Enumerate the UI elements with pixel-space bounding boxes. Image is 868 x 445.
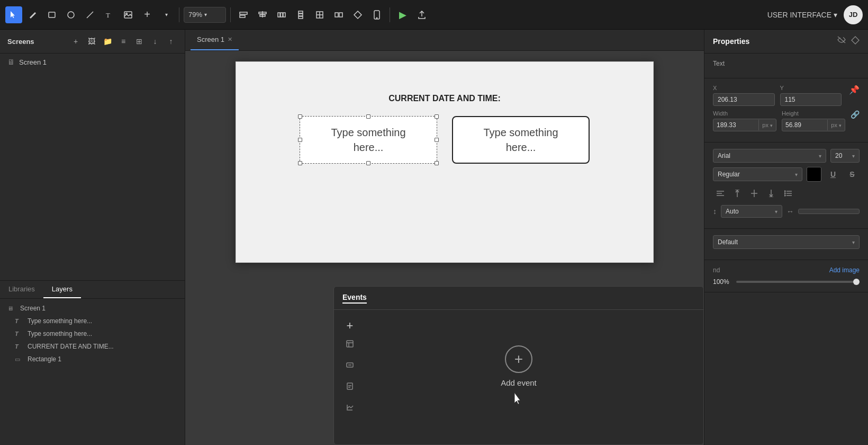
- handle-tm-1[interactable]: [366, 114, 370, 119]
- font-family-chevron: ▾: [819, 153, 821, 159]
- svg-line-33: [351, 406, 353, 408]
- align-left-icon[interactable]: [235, 6, 252, 23]
- strikethrough-icon[interactable]: S: [845, 167, 860, 182]
- layer-screen-icon: 🖥: [7, 305, 16, 312]
- font-family-select[interactable]: Arial ▾: [713, 149, 826, 163]
- width-input[interactable]: 189.33 px ▾: [713, 119, 776, 131]
- events-tool-3-icon[interactable]: [342, 379, 357, 394]
- add-image-screen-icon[interactable]: 🖼: [85, 35, 98, 48]
- group-icon[interactable]: [330, 6, 347, 23]
- align-top-text-icon[interactable]: [730, 186, 745, 201]
- canvas-frame[interactable]: CURRENT DATE AND TIME: Type somethingher…: [236, 61, 654, 263]
- text-tool-icon[interactable]: T: [101, 6, 117, 23]
- eye-off-icon[interactable]: [837, 36, 846, 47]
- ellipse-tool-icon[interactable]: [62, 6, 79, 23]
- grid-view-icon[interactable]: ⊞: [133, 35, 146, 48]
- events-tool-4-icon[interactable]: [342, 400, 357, 415]
- events-tool-1-icon[interactable]: [342, 336, 357, 351]
- svg-rect-13: [281, 13, 283, 17]
- handle-tl-1[interactable]: [298, 114, 302, 119]
- canvas-body: CURRENT DATE AND TIME: Type somethingher…: [185, 51, 704, 445]
- default-select[interactable]: Default ▾: [713, 235, 860, 249]
- resize-icon[interactable]: [311, 6, 328, 23]
- screens-actions: + 🖼 📁 ≡ ⊞ ↓ ↑: [69, 35, 177, 48]
- distribute-h-icon[interactable]: [273, 6, 290, 23]
- align-bottom-text-icon[interactable]: [764, 186, 779, 201]
- sort-down-icon[interactable]: ↓: [149, 35, 161, 48]
- sort-up-icon[interactable]: ↑: [165, 35, 177, 48]
- play-icon[interactable]: ▶: [394, 6, 411, 23]
- mobile-icon[interactable]: [368, 6, 385, 23]
- char-spacing-input[interactable]: [798, 209, 860, 214]
- select-tool-icon[interactable]: [5, 6, 22, 23]
- add-tool-icon[interactable]: +: [139, 6, 156, 23]
- height-input[interactable]: 56.89 px ▾: [782, 119, 845, 131]
- canvas-tab-close-icon[interactable]: ✕: [228, 36, 232, 43]
- zoom-selector[interactable]: 79% ▾: [184, 7, 226, 23]
- events-add-button[interactable]: +: [342, 318, 357, 333]
- layer-item-screen[interactable]: 🖥 Screen 1: [0, 302, 185, 315]
- fill-label: nd: [713, 266, 720, 274]
- line-height-input[interactable]: Auto ▾: [721, 205, 782, 218]
- layer-item-text2[interactable]: T Type something here...: [0, 327, 185, 340]
- handle-tr-1[interactable]: [435, 114, 439, 119]
- events-panel: Events +: [333, 286, 704, 445]
- events-tool-2-icon[interactable]: [342, 358, 357, 372]
- ui-interface-label[interactable]: USER INTERFACE ▾: [767, 11, 837, 19]
- handle-bl-1[interactable]: [298, 161, 302, 165]
- list-text-icon[interactable]: [781, 186, 795, 201]
- line-height-icon: ↕: [713, 207, 717, 216]
- width-unit[interactable]: px ▾: [758, 120, 776, 130]
- handle-br-1[interactable]: [435, 161, 439, 165]
- list-view-icon[interactable]: ≡: [117, 35, 130, 48]
- char-spacing-icon: ↔: [786, 207, 794, 216]
- align-middle-text-icon[interactable]: [747, 186, 762, 201]
- link-dimensions-icon[interactable]: 🔗: [851, 110, 860, 131]
- height-unit[interactable]: px ▾: [827, 120, 845, 130]
- add-chevron-icon[interactable]: ▾: [158, 6, 175, 23]
- distribute-v-icon[interactable]: [292, 6, 309, 23]
- add-folder-screen-icon[interactable]: 📁: [101, 35, 114, 48]
- add-event-circle-button[interactable]: +: [505, 345, 532, 373]
- line-tool-icon[interactable]: [82, 6, 98, 23]
- layers-list: 🖥 Screen 1 T Type something here... T Ty…: [0, 299, 185, 445]
- canvas-input-box-2[interactable]: Type somethinghere...: [452, 116, 590, 164]
- image-tool-icon[interactable]: [120, 6, 137, 23]
- y-input[interactable]: 115: [780, 93, 842, 106]
- screens-panel-header: Screens + 🖼 📁 ≡ ⊞ ↓ ↑: [0, 30, 185, 54]
- layers-tab[interactable]: Layers: [43, 281, 81, 298]
- add-image-button[interactable]: Add image: [829, 266, 860, 274]
- screen-1-item[interactable]: 🖥 Screen 1: [0, 54, 185, 70]
- svg-rect-28: [347, 383, 352, 389]
- handle-ml-1[interactable]: [298, 138, 302, 142]
- width-field-group: Width 189.33 px ▾: [713, 110, 776, 131]
- align-left-text-icon[interactable]: [713, 186, 728, 201]
- font-size-input[interactable]: 20 ▾: [830, 149, 860, 163]
- font-style-select[interactable]: Regular ▾: [713, 167, 802, 181]
- underline-icon[interactable]: U: [826, 167, 840, 182]
- x-input[interactable]: 206.13: [713, 93, 775, 106]
- canvas-tab-screen1[interactable]: Screen 1 ✕: [191, 30, 239, 50]
- layer-item-text1[interactable]: T Type something here...: [0, 315, 185, 327]
- layers-tabs: Libraries Layers: [0, 281, 185, 299]
- layer-item-rect[interactable]: ▭ Rectangle 1: [0, 353, 185, 366]
- rectangle-tool-icon[interactable]: [43, 6, 60, 23]
- share-icon[interactable]: [413, 6, 430, 23]
- text-color-picker[interactable]: [807, 167, 821, 182]
- layer-item-title[interactable]: T CURRENT DATE AND TIME...: [0, 340, 185, 353]
- pen-tool-icon[interactable]: [24, 6, 41, 23]
- add-screen-icon[interactable]: +: [69, 35, 82, 48]
- handle-mr-1[interactable]: [435, 138, 439, 142]
- opacity-slider[interactable]: [736, 281, 860, 283]
- x-label: X: [713, 85, 775, 91]
- user-avatar[interactable]: JD: [844, 5, 863, 24]
- handle-bm-1[interactable]: [366, 161, 370, 165]
- pin-icon[interactable]: 📌: [849, 85, 860, 106]
- canvas-input-box-1[interactable]: Type somethinghere...: [300, 116, 437, 164]
- events-sidebar-tools: [342, 336, 357, 415]
- libraries-tab[interactable]: Libraries: [0, 281, 43, 298]
- component-icon[interactable]: [349, 6, 366, 23]
- opacity-thumb[interactable]: [853, 279, 860, 285]
- component-prop-icon[interactable]: [851, 36, 860, 47]
- align-center-icon[interactable]: [254, 6, 271, 23]
